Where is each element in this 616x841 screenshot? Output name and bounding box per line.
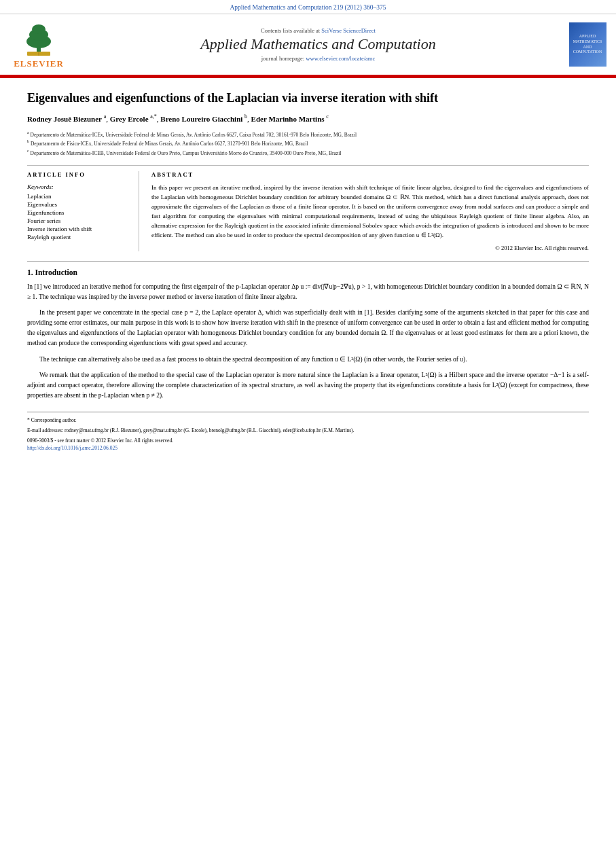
divider-1 bbox=[27, 165, 589, 166]
divider-2 bbox=[27, 261, 589, 262]
elsevier-tree-icon bbox=[15, 20, 62, 57]
email-footnote: E-mail addresses: rodney@mat.ufmg.br (R.… bbox=[27, 427, 589, 434]
abstract-panel: ABSTRACT In this paper we present an ite… bbox=[151, 171, 589, 251]
keyword-3: Eigenfunctions bbox=[27, 209, 130, 216]
sciverse-link[interactable]: SciVerse ScienceDirect bbox=[321, 27, 376, 34]
section-1-heading: 1. Introduction bbox=[27, 268, 589, 276]
journal-cover-image: APPLIED MATHEMATICS AND COMPUTATION bbox=[569, 22, 606, 67]
author-1: Rodney Josuê Biezuner bbox=[27, 115, 102, 123]
keyword-2: Eigenvalues bbox=[27, 201, 130, 208]
journal-name: Applied Mathematics and Computation bbox=[69, 35, 567, 53]
svg-point-4 bbox=[32, 24, 46, 34]
corresponding-author-note: * Corresponding author. bbox=[27, 416, 589, 424]
affiliations: a Departamento de Matemática-ICEx, Unive… bbox=[27, 130, 589, 157]
citation-bar: Applied Mathematics and Computation 219 … bbox=[0, 0, 616, 14]
article-info-panel: ARTICLE INFO Keywords: Laplacian Eigenva… bbox=[27, 171, 139, 251]
affiliation-b: b Departamento de Física-ICEx, Universid… bbox=[27, 139, 589, 147]
section-1-para2: In the present paper we concentrate in t… bbox=[27, 308, 589, 349]
authors-line: Rodney Josuê Biezuner a, Grey Ercole a,*… bbox=[27, 113, 589, 125]
article-info-heading: ARTICLE INFO bbox=[27, 171, 130, 178]
footnotes: * Corresponding author. E-mail addresses… bbox=[27, 412, 589, 452]
info-abstract-row: ARTICLE INFO Keywords: Laplacian Eigenva… bbox=[27, 171, 589, 251]
main-content: Eigenvalues and eigenfunctions of the La… bbox=[0, 78, 616, 459]
elsevier-logo: ELSEVIER bbox=[8, 20, 69, 69]
affiliation-a: a Departamento de Matemática-ICEx, Unive… bbox=[27, 130, 589, 139]
author-4: Eder Marinho Martins bbox=[251, 115, 325, 123]
section-1-para1: In [1] we introduced an iterative method… bbox=[27, 282, 589, 302]
journal-thumbnail: APPLIED MATHEMATICS AND COMPUTATION bbox=[567, 22, 608, 67]
section-1-para3: The technique can alternatively also be … bbox=[27, 355, 589, 365]
journal-header: ELSEVIER Contents lists available at Sci… bbox=[0, 14, 616, 76]
keyword-4: Fourier series bbox=[27, 217, 130, 224]
paper-title: Eigenvalues and eigenfunctions of the La… bbox=[27, 90, 589, 106]
homepage-line: journal homepage: www.elsevier.com/locat… bbox=[69, 55, 567, 62]
issn-footnote: 0096-3003/$ - see front matter © 2012 El… bbox=[27, 437, 589, 444]
journal-title-area: Contents lists available at SciVerse Sci… bbox=[69, 27, 567, 61]
citation-text: Applied Mathematics and Computation 219 … bbox=[230, 4, 386, 11]
sciverse-line: Contents lists available at SciVerse Sci… bbox=[69, 27, 567, 34]
keyword-1: Laplacian bbox=[27, 193, 130, 200]
elsevier-wordmark: ELSEVIER bbox=[14, 58, 64, 69]
author-2: Grey Ercole bbox=[110, 115, 149, 123]
section-1-para4: We remark that the application of the me… bbox=[27, 370, 589, 401]
homepage-link[interactable]: www.elsevier.com/locate/amc bbox=[306, 55, 375, 62]
keyword-5: Inverse iteration with shift bbox=[27, 226, 130, 232]
doi-footnote[interactable]: http://dx.doi.org/10.1016/j.amc.2012.06.… bbox=[27, 444, 589, 452]
author-3: Breno Loureiro Giacchini bbox=[160, 115, 242, 123]
abstract-text: In this paper we present an iterative me… bbox=[151, 183, 589, 240]
keyword-6: Rayleigh quotient bbox=[27, 234, 130, 240]
abstract-heading: ABSTRACT bbox=[151, 171, 589, 178]
affiliation-c: c Departamento de Matemática-ICEB, Unive… bbox=[27, 148, 589, 157]
keywords-label: Keywords: bbox=[27, 183, 130, 190]
copyright-line: © 2012 Elsevier Inc. All rights reserved… bbox=[151, 245, 589, 251]
